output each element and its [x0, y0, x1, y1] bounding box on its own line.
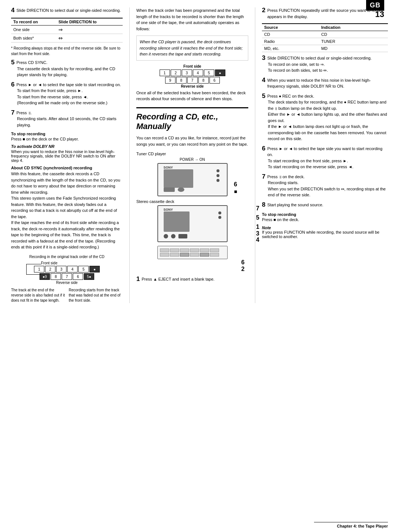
right-step3-block: 3 Slide DIRECTION to select dual or sing… [262, 55, 388, 74]
step7-text: Press ॥. [11, 110, 123, 116]
right-step2-num: 2 [262, 7, 265, 14]
italic-text: When the CD player is paused, the deck c… [140, 39, 245, 57]
mid-after-text: Once all of the selected tracks have bee… [136, 90, 248, 102]
tuner-screen [164, 169, 193, 188]
tuner-controls [164, 187, 184, 192]
right-step4-block: 4 When you want to reduce the hiss noise… [262, 77, 388, 89]
cass-dot [218, 211, 221, 214]
note-text: If you press FUNCTION while recording, t… [262, 230, 388, 239]
table-row: One side ⇒ [11, 26, 123, 34]
cassette-buttons [164, 234, 187, 238]
tuner-dots [216, 169, 219, 182]
indication-cell: CD [319, 31, 388, 38]
track-cell: 5 [78, 266, 89, 272]
right-step3-sub2: To record on both sides, set to ⇔. [268, 67, 388, 74]
power-on-label: POWER → ON [136, 157, 248, 162]
italic-description-box: When the CD player is paused, the deck c… [136, 35, 248, 61]
table-row: RadioTUNER [262, 38, 388, 45]
right-step5-sub: The deck stands by for recording, and th… [268, 99, 388, 142]
track-cell: 4 [67, 266, 78, 272]
right-step4-num: 4 [262, 77, 265, 84]
tuner-box: SONY [157, 163, 228, 196]
track-cell: 8 [198, 77, 209, 84]
step7-sub1: Recording starts. After about 10 seconds… [17, 116, 123, 128]
row2-col2: ⇔ [56, 34, 123, 43]
stop-recording-heading: To stop recording [11, 132, 123, 136]
mid-step1-block: 1 Press ▲ EJECT and insert a blank tape. [136, 276, 248, 283]
table-row: Both sides* ⇔ [11, 34, 123, 43]
step6-sub2: To start from the reverse side, press ◄. [17, 94, 123, 100]
step4-text: Slide DIRECTION to select dual or single… [11, 7, 123, 14]
remote-btn [210, 253, 219, 257]
sony-label-tuner: SONY [164, 166, 173, 169]
table-row: CDCD [262, 31, 388, 38]
btn-rect [178, 234, 187, 238]
row2-col1: Both sides* [11, 34, 56, 43]
left-column: 4 Slide DIRECTION to select dual or sing… [11, 7, 129, 303]
mid-reverse-track-row: 9 8 7 8 6 [156, 77, 229, 84]
step5-num: 5 [11, 60, 14, 66]
source-col-header: Source [262, 24, 319, 31]
cd-sync-heading: About CD SYNC (synchronized) recording [11, 166, 123, 170]
section-divider [136, 107, 248, 108]
step5-block: 5 Press CD SYNC. The cassette deck stand… [11, 60, 123, 78]
device-diagram-section: Tuner CD player POWER → ON [136, 152, 248, 272]
remote-btn [160, 248, 169, 252]
cass-dot [218, 216, 221, 219]
tuner-dot [216, 174, 219, 177]
section-body: You can record a CD as you like, for ins… [136, 135, 248, 147]
sony-label-cassette: SONY [164, 208, 173, 211]
tuner-dot [216, 169, 219, 172]
front-side-mid-label: Front side [156, 64, 229, 68]
cassette-box: SONY [157, 205, 228, 242]
track-cell: 2 [171, 70, 181, 76]
table-col1-header: To record on [11, 18, 56, 26]
tuner-control-knob [178, 187, 184, 192]
callout-7: 7 [256, 205, 259, 212]
track-cell: 3 [182, 70, 192, 76]
tuner-dot [216, 179, 219, 182]
right-step8-text: Start playing the sound source. [262, 202, 388, 208]
section-title: Recording a CD, etc., Manually [136, 112, 248, 132]
track-cell: 8 [176, 77, 187, 84]
track-cell: 1 [160, 70, 170, 76]
right-step6-text: Press ► or ◄ to select the tape side you… [262, 146, 388, 158]
step6-sub3: (Recording will be made only on the reve… [17, 100, 123, 106]
remote-btn [190, 253, 199, 257]
right-stop-recording-heading: To stop recording [262, 212, 388, 217]
step7-num: 7 [11, 110, 14, 116]
step7-block: 7 Press ॥. Recording starts. After about… [11, 110, 123, 128]
right-step7-sub1: Recording starts. [268, 180, 388, 186]
reverse-side-mid-label: Reverse side [156, 84, 229, 88]
callout-3: 3 [256, 230, 259, 237]
step6-block: 6 Press ► or ◄ to select the tape side t… [11, 82, 123, 106]
indication-col-header: Indication [319, 24, 388, 31]
btn-circle [171, 234, 175, 238]
callout-6-top: 6 [234, 181, 237, 188]
track-cell-filled: ● [89, 266, 100, 272]
source-cell: MD, etc. [262, 45, 319, 52]
note-heading: Note [262, 226, 388, 230]
tuner-cd-label: Tuner CD player [136, 152, 248, 156]
reverse-side-label-left: Reverse side [26, 281, 108, 285]
mid-column: When the track order has been programmed… [129, 7, 255, 303]
right-step3-num: 3 [262, 55, 265, 62]
right-step3-text: Slide DIRECTION to select dual or single… [262, 55, 388, 61]
tuner-control-bar [164, 187, 175, 192]
caption-right: Recording starts from the track that was… [69, 288, 123, 303]
track-cell-filled: ●9 [40, 273, 50, 280]
caption-left: The track at the end of the reverse side… [11, 288, 65, 303]
cassette-screen [164, 211, 190, 232]
indication-cell: MD [319, 45, 388, 52]
table-footnote: * Recording always stops at the end of t… [11, 45, 123, 57]
right-stop-recording-section: To stop recording Press ■ on the deck. [262, 212, 388, 222]
track-cell: 9 [165, 77, 175, 84]
callout-4: 4 [256, 237, 259, 243]
right-step7-block: 7 Press ॥ on the deck. Recording starts.… [262, 174, 388, 198]
step6-num: 6 [11, 82, 14, 88]
row1-col2: ⇒ [56, 26, 123, 34]
remote-btn [210, 248, 219, 252]
step6-sub1: To start from the front side, press ►. [17, 88, 123, 94]
track-cell: 7 [187, 77, 198, 84]
source-table: Source Indication CDCDRadioTUNERMD, etc.… [262, 23, 388, 52]
